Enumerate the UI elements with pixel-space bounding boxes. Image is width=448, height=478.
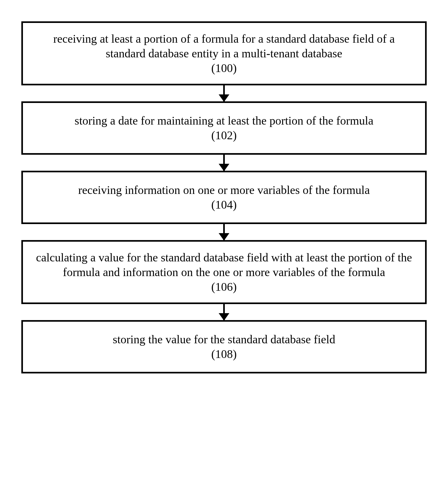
arrow-icon	[223, 304, 225, 320]
step-text: storing the value for the standard datab…	[34, 332, 414, 347]
step-text: receiving at least a portion of a formul…	[34, 31, 414, 61]
step-text: calculating a value for the standard dat…	[34, 250, 414, 280]
flow-step-106: calculating a value for the standard dat…	[21, 240, 427, 304]
flow-step-104: receiving information on one or more var…	[21, 171, 427, 224]
step-text: storing a date for maintaining at least …	[34, 113, 414, 128]
flow-step-100: receiving at least a portion of a formul…	[21, 21, 427, 85]
flow-step-102: storing a date for maintaining at least …	[21, 101, 427, 155]
arrow-icon	[223, 224, 225, 240]
flowchart: receiving at least a portion of a formul…	[21, 21, 427, 373]
flow-step-108: storing the value for the standard datab…	[21, 320, 427, 373]
step-number: (106)	[34, 280, 414, 294]
arrow-icon	[223, 85, 225, 101]
step-number: (108)	[34, 347, 414, 361]
step-text: receiving information on one or more var…	[34, 183, 414, 197]
step-number: (102)	[34, 128, 414, 143]
step-number: (104)	[34, 197, 414, 212]
step-number: (100)	[34, 61, 414, 75]
arrow-icon	[223, 155, 225, 171]
